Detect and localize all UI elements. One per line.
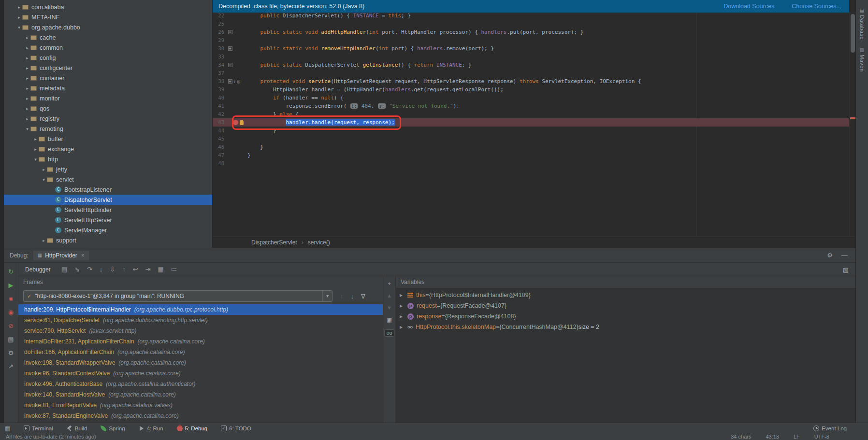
statusbar-tab-debug[interactable]: 5: Debug	[177, 426, 208, 431]
tree-item-jetty[interactable]: ▸jetty	[4, 164, 212, 174]
prev-frame-icon[interactable]: ↑	[340, 293, 344, 299]
step-out-icon[interactable]: ↑	[122, 266, 126, 272]
expand-arrow-icon[interactable]: ▸	[24, 35, 30, 40]
tree-item-com-alibaba[interactable]: ▸com.alibaba	[4, 2, 212, 12]
resume-button[interactable]: ▶	[9, 282, 14, 288]
expand-arrow-icon[interactable]: ▸	[24, 86, 30, 91]
tree-item-servlet[interactable]: ▾servlet	[4, 174, 212, 185]
code-line-39[interactable]: 39 HttpHandler handler = (HttpHandler)ha…	[213, 85, 849, 94]
variable-row[interactable]: ▶presponse = {ResponseFacade@4108}	[396, 311, 855, 322]
database-tool-button[interactable]: ▤Database	[856, 8, 868, 40]
tree-item-bootstraplistener[interactable]: CBootstrapListener	[4, 185, 212, 195]
stack-frame[interactable]: invoke:198, StandardWrapperValve(org.apa…	[18, 357, 383, 368]
tree-item-metadata[interactable]: ▸metadata	[4, 83, 212, 93]
code-line-33[interactable]: 33	[213, 53, 849, 61]
statusbar-tab-spring[interactable]: Spring	[101, 426, 125, 431]
variable-row[interactable]: ▶this = {HttpProtocol$InternalHandler@41…	[396, 290, 855, 300]
expand-arrow-icon[interactable]: ▶	[400, 314, 407, 319]
maven-tool-button[interactable]: ▥Maven	[856, 47, 868, 72]
expand-arrow-icon[interactable]: ▸	[16, 15, 22, 20]
tree-item-http[interactable]: ▾http	[4, 154, 212, 164]
tree-item-support[interactable]: ▸support	[4, 235, 212, 245]
code-line-44[interactable]: 44 }	[213, 127, 849, 135]
breakpoint-icon[interactable]	[233, 120, 238, 125]
stack-frame[interactable]: service:61, DispatcherServlet(org.apache…	[18, 315, 383, 326]
copy-value-icon[interactable]: ▣	[387, 317, 391, 323]
add-watch-icon[interactable]: +	[388, 281, 391, 286]
restore-layout-icon[interactable]: ▧	[843, 266, 849, 273]
choose-sources-link[interactable]: Choose Sources...	[792, 3, 841, 10]
tree-item-configcenter[interactable]: ▸configcenter	[4, 63, 212, 73]
stop-button[interactable]: ■	[9, 296, 13, 302]
code-line-22[interactable]: 22 public DispatcherServlet() { INSTANCE…	[213, 12, 849, 20]
fold-marker-icon[interactable]: +	[227, 61, 233, 69]
tree-item-common[interactable]: ▸common	[4, 43, 212, 53]
code-line-34[interactable]: 34+ public static DispatcherServlet getI…	[213, 61, 849, 69]
thread-dropdown[interactable]: ✓ "http-nio-8080-exec-1"@3,847 in group …	[23, 290, 333, 302]
code-line-40[interactable]: 40 if (handler == null) {	[213, 94, 849, 102]
variable-row[interactable]: ▶prequest = {RequestFacade@4107}	[396, 300, 855, 311]
pin-button[interactable]: ↗	[8, 363, 14, 369]
statusbar-tab-terminal[interactable]: Terminal	[24, 426, 53, 431]
expand-arrow-icon[interactable]: ▶	[400, 304, 407, 308]
collapse-arrow-icon[interactable]: ▾	[16, 25, 22, 30]
tree-item-dispatcherservlet[interactable]: CDispatcherServlet	[4, 195, 212, 205]
debug-settings-icon[interactable]: ⚙	[827, 252, 833, 258]
intention-bulb-icon[interactable]	[240, 120, 244, 125]
stack-frame[interactable]: invoke:81, ErrorReportValve(org.apache.c…	[18, 400, 383, 411]
expand-arrow-icon[interactable]: ▶	[400, 293, 407, 298]
tree-item-cache[interactable]: ▸cache	[4, 32, 212, 43]
error-stripe-mark[interactable]	[850, 117, 855, 119]
thread-dump-button[interactable]: ▤	[8, 336, 14, 342]
collapse-arrow-icon[interactable]: ▾	[32, 157, 39, 162]
stack-frame[interactable]: handle:209, HttpProtocol$InternalHandler…	[18, 304, 383, 315]
expand-arrow-icon[interactable]: ▸	[41, 238, 47, 243]
code-line-38[interactable]: 38+↥@ protected void service(HttpServlet…	[213, 77, 849, 85]
debug-panel-settings-button[interactable]: ⚙	[8, 350, 14, 356]
collapse-arrow-icon[interactable]: ▾	[24, 127, 30, 131]
evaluate-expression-icon[interactable]: ▦	[158, 266, 164, 272]
statusbar-tab-todo[interactable]: 6: TODO	[221, 426, 251, 431]
stack-frame[interactable]: service:790, HttpServlet(javax.servlet.h…	[18, 326, 383, 336]
tree-item-config[interactable]: ▸config	[4, 53, 212, 63]
tree-item-exchange[interactable]: ▸exchange	[4, 144, 212, 154]
code-line-29[interactable]: 29	[213, 36, 849, 44]
layout-icon[interactable]: ▤	[61, 266, 67, 272]
fold-marker-icon[interactable]: +	[227, 28, 233, 36]
expand-arrow-icon[interactable]: ▸	[24, 76, 30, 81]
tree-item-registry[interactable]: ▸registry	[4, 114, 212, 124]
expand-arrow-icon[interactable]: ▸	[24, 56, 30, 60]
next-frame-icon[interactable]: ↓	[351, 293, 354, 299]
code-area[interactable]: 22 public DispatcherServlet() { INSTANCE…	[213, 0, 849, 236]
code-line-41[interactable]: 41 response.sendError( i: 404, s: "Servi…	[213, 102, 849, 110]
stack-frame[interactable]: invoke:140, StandardHostValve(org.apache…	[18, 389, 383, 400]
code-line-43[interactable]: 43 handler.handle(request, response);	[213, 118, 849, 127]
status-item[interactable]: 43:13	[766, 434, 779, 440]
expand-arrow-icon[interactable]: ▸	[24, 106, 30, 111]
tree-item-servletmanager[interactable]: CServletManager	[4, 225, 212, 235]
code-line-25[interactable]: 25	[213, 20, 849, 28]
show-execution-point-icon[interactable]: ⇘	[74, 266, 80, 272]
hide-panel-icon[interactable]: —	[841, 252, 848, 258]
breadcrumb-item[interactable]: DispatcherServlet	[251, 239, 297, 246]
move-watch-down-icon[interactable]: ▼	[387, 305, 392, 311]
breadcrumb-item[interactable]: service()	[308, 239, 330, 246]
expand-arrow-icon[interactable]: ▶	[400, 325, 407, 329]
fold-marker-icon[interactable]: +	[227, 44, 233, 53]
tree-item-buffer[interactable]: ▸buffer	[4, 134, 212, 144]
code-line-45[interactable]: 45	[213, 135, 849, 143]
collapse-arrow-icon[interactable]: ▾	[41, 177, 47, 182]
expand-arrow-icon[interactable]: ▸	[24, 116, 30, 121]
tab-httpprovider[interactable]: ▦ HttpProvider ×	[33, 251, 89, 260]
event-log-button[interactable]: Event Log	[813, 426, 847, 431]
status-item[interactable]: 34 chars	[731, 434, 751, 440]
code-line-42[interactable]: 42 } else {	[213, 110, 849, 118]
mute-renderers-icon[interactable]: ≔	[171, 266, 177, 272]
code-line-48[interactable]: 48	[213, 159, 849, 168]
dropdown-arrow-icon[interactable]: ▾	[322, 291, 332, 301]
stack-frame[interactable]: internalDoFilter:231, ApplicationFilterC…	[18, 336, 383, 347]
tree-item-qos[interactable]: ▸qos	[4, 103, 212, 114]
code-line-47[interactable]: 47}	[213, 151, 849, 159]
status-item[interactable]: UTF-8	[814, 434, 829, 440]
filter-frames-icon[interactable]: ∇	[361, 293, 365, 299]
